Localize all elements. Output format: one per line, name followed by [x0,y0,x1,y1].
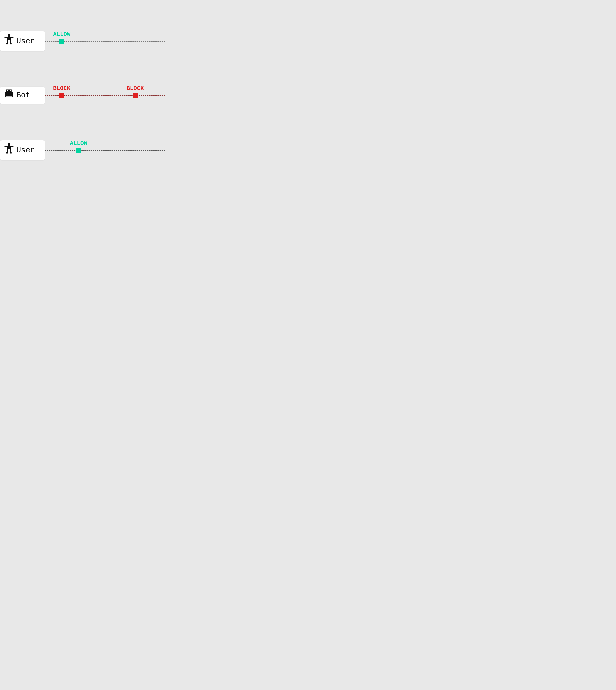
user-bottom-card: User [0,140,45,160]
svg-rect-12 [6,96,12,96]
block-node-1 [59,93,64,98]
block-label-1: BLOCK [53,85,70,92]
svg-rect-20 [9,152,12,154]
user-bottom-icon [4,143,14,157]
svg-rect-6 [6,43,8,44]
bot-label: Bot [16,91,30,99]
user-top-label: User [16,37,35,46]
svg-rect-1 [7,37,11,40]
svg-rect-10 [7,90,8,91]
user-bottom-label: User [16,146,35,155]
svg-rect-4 [7,40,8,43]
user-top-row: User ALLOW [0,31,165,51]
user-bottom-line: ALLOW [45,150,165,151]
user-top-card: User [0,31,45,51]
svg-rect-13 [8,143,10,146]
svg-rect-16 [11,146,14,147]
bot-row: Bot BLOCK BLOCK [0,87,165,104]
user-bottom-row: User ALLOW [0,140,165,160]
block-label-2: BLOCK [126,85,144,92]
block-node-2 [133,93,138,98]
allow-node-top [59,39,64,44]
svg-rect-2 [4,37,7,38]
svg-rect-5 [9,40,11,43]
svg-rect-0 [8,34,10,37]
user-top-icon [4,34,14,48]
bot-card: Bot [0,87,45,104]
svg-rect-7 [9,43,12,44]
user-top-line: ALLOW [45,41,165,42]
allow-node-bottom [76,148,81,153]
svg-rect-14 [7,146,11,149]
svg-rect-11 [9,90,11,91]
svg-rect-18 [9,149,11,152]
svg-rect-15 [4,146,7,147]
allow-label-top: ALLOW [53,31,70,38]
allow-label-bottom: ALLOW [70,140,87,147]
svg-rect-17 [7,149,8,152]
svg-rect-3 [11,37,14,38]
svg-rect-19 [6,152,8,154]
diagram-container: User ALLOW [0,0,165,176]
bot-icon [4,89,14,101]
bot-line: BLOCK BLOCK [45,95,165,95]
